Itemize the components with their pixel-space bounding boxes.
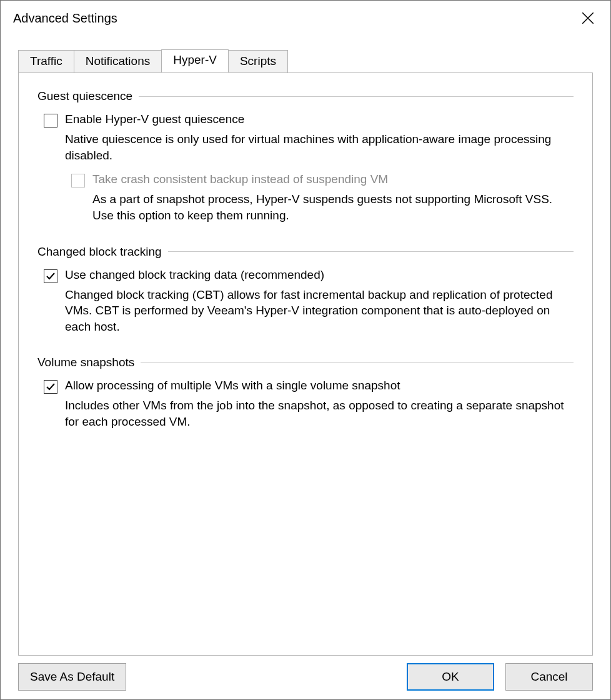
group-title: Guest quiescence xyxy=(37,89,139,103)
group-header: Guest quiescence xyxy=(37,89,574,103)
group-header: Volume snapshots xyxy=(37,356,574,369)
group-header: Changed block tracking xyxy=(37,245,574,259)
tab-scripts[interactable]: Scripts xyxy=(228,50,288,73)
checkbox-label[interactable]: Use changed block tracking data (recomme… xyxy=(65,268,324,283)
divider xyxy=(139,96,574,97)
save-as-default-button[interactable]: Save As Default xyxy=(18,663,126,691)
close-button[interactable] xyxy=(573,3,603,33)
group-guest-quiescence: Guest quiescence Enable Hyper-V guest qu… xyxy=(37,89,574,224)
divider xyxy=(168,251,574,252)
option-description: Changed block tracking (CBT) allows for … xyxy=(65,287,574,335)
button-row: Save As Default OK Cancel xyxy=(18,656,593,691)
tab-hyperv[interactable]: Hyper-V xyxy=(161,49,229,72)
ok-button[interactable]: OK xyxy=(407,663,494,691)
group-cbt: Changed block tracking Use changed block… xyxy=(37,245,574,335)
checkbox-label[interactable]: Allow processing of multiple VMs with a … xyxy=(65,378,400,394)
dialog-body: Traffic Notifications Hyper-V Scripts Gu… xyxy=(1,36,610,699)
checkbox-enable-quiescence[interactable] xyxy=(44,114,57,128)
tab-notifications[interactable]: Notifications xyxy=(74,50,162,73)
window-title: Advanced Settings xyxy=(13,11,573,26)
group-volume-snapshots: Volume snapshots Allow processing of mul… xyxy=(37,356,574,429)
advanced-settings-dialog: Advanced Settings Traffic Notifications … xyxy=(0,0,611,700)
titlebar: Advanced Settings xyxy=(1,1,610,36)
cancel-button[interactable]: Cancel xyxy=(505,663,593,691)
option-description: As a part of snapshot process, Hyper-V s… xyxy=(92,191,574,223)
checkbox-use-cbt[interactable] xyxy=(44,269,57,283)
check-icon xyxy=(46,271,56,281)
checkbox-row-use-cbt: Use changed block tracking data (recomme… xyxy=(44,268,574,283)
checkbox-row-allow-multi-vm: Allow processing of multiple VMs with a … xyxy=(44,378,574,394)
tab-content-hyperv: Guest quiescence Enable Hyper-V guest qu… xyxy=(18,72,593,656)
tab-row: Traffic Notifications Hyper-V Scripts xyxy=(18,49,593,72)
close-icon xyxy=(582,12,594,24)
checkbox-row-crash-consistent: Take crash consistent backup instead of … xyxy=(71,172,574,188)
check-icon xyxy=(46,382,56,392)
tab-traffic[interactable]: Traffic xyxy=(18,50,74,73)
checkbox-label: Take crash consistent backup instead of … xyxy=(92,172,388,188)
option-description: Includes other VMs from the job into the… xyxy=(65,398,574,429)
checkbox-row-enable-quiescence: Enable Hyper-V guest quiescence xyxy=(44,112,574,128)
checkbox-crash-consistent xyxy=(71,174,85,188)
checkbox-allow-multi-vm[interactable] xyxy=(44,380,57,394)
sub-option: Take crash consistent backup instead of … xyxy=(65,172,574,223)
checkbox-label[interactable]: Enable Hyper-V guest quiescence xyxy=(65,112,244,128)
group-title: Changed block tracking xyxy=(37,245,168,259)
option-description: Native quiescence is only used for virtu… xyxy=(65,131,574,163)
divider xyxy=(141,362,574,363)
tab-area: Traffic Notifications Hyper-V Scripts Gu… xyxy=(18,49,593,656)
group-title: Volume snapshots xyxy=(37,356,141,369)
